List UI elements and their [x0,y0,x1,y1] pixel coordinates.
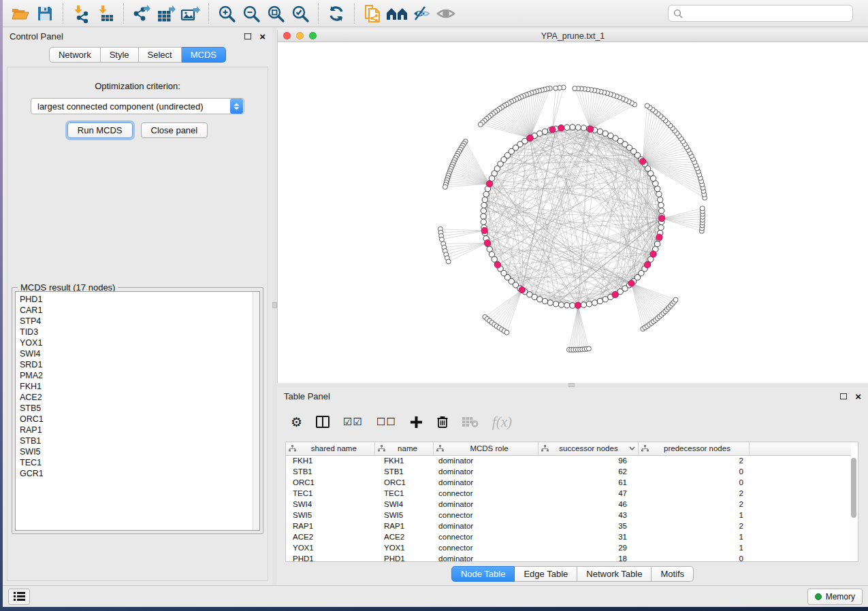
save-session-button[interactable] [33,3,57,24]
close-panel-button[interactable]: Close panel [141,122,208,138]
mcds-result-item[interactable]: ORC1 [20,414,259,425]
cell-shared-name: ACE2 [286,531,374,542]
table-tab-motifs[interactable]: Motifs [652,566,694,582]
table-tab-node-table[interactable]: Node Table [451,566,515,582]
splitter-handle[interactable] [272,302,277,308]
table-row[interactable]: YOX1YOX1connector291 [286,542,851,553]
open-session-button[interactable] [9,3,32,24]
cell-successor-nodes: 43 [538,510,638,521]
main-toolbar [3,0,868,27]
table-row[interactable]: SWI5SWI5connector431 [286,510,851,521]
hide-selected-button[interactable] [410,3,433,24]
table-row[interactable]: SWI4SWI4dominator462 [286,499,851,510]
duplicate-network-button[interactable] [361,3,384,24]
close-panel-icon[interactable]: × [855,391,861,401]
vertical-splitter[interactable] [272,27,277,585]
table-scrollbar[interactable] [850,456,857,561]
mcds-result-item[interactable]: PMA2 [20,370,259,381]
memory-status-icon [815,593,822,600]
table-tab-edge-table[interactable]: Edge Table [515,566,577,582]
tab-style[interactable]: Style [101,47,139,63]
column-view-icon[interactable] [316,416,329,428]
mcds-result-item[interactable]: PHD1 [20,294,259,305]
mcds-result-item[interactable]: CAR1 [20,305,259,316]
column-header-name[interactable]: name [374,442,433,455]
show-panels-button[interactable] [8,589,30,605]
mcds-result-item[interactable]: TID3 [20,327,259,337]
node-table: shared namenameMCDS rolesuccessor nodesp… [285,442,858,562]
mcds-result-list[interactable]: PHD1CAR1STP4TID3YOX1SWI4SRD1PMA2FKH1ACE2… [15,291,260,531]
deselect-all-columns-icon[interactable]: ☐☐ [376,417,396,427]
delete-table-icon[interactable] [462,416,479,427]
mcds-result-item[interactable]: SWI4 [20,348,259,359]
table-options-icon[interactable]: ⚙ [291,416,302,429]
table-row[interactable]: PHD1PHD1dominator180 [286,553,851,562]
import-table-button[interactable] [94,3,117,24]
export-network-button[interactable] [130,3,153,24]
tab-select[interactable]: Select [139,47,182,63]
memory-button[interactable]: Memory [807,589,863,605]
tab-network[interactable]: Network [49,47,101,63]
mcds-result-item[interactable]: ACE2 [20,392,259,403]
zoom-selected-button[interactable] [289,3,312,24]
mcds-result-item[interactable]: YOX1 [20,337,259,348]
zoom-fit-button[interactable] [264,3,287,24]
horizontal-splitter[interactable] [277,383,868,387]
memory-label: Memory [826,592,855,601]
table-row[interactable]: FKH1FKH1dominator962 [286,455,851,466]
mcds-result-item[interactable]: GCR1 [20,468,259,479]
close-panel-icon[interactable]: × [259,31,266,42]
search-input[interactable] [686,9,848,18]
mcds-result-item[interactable]: STB1 [20,435,259,446]
export-table-button[interactable] [155,3,178,24]
run-mcds-button[interactable]: Run MCDS [67,122,133,138]
select-all-columns-icon[interactable]: ☑☑ [343,417,363,427]
list-icon [14,592,25,601]
table-row[interactable]: ORC1ORC1dominator610 [286,477,851,488]
column-header-mcds-role[interactable]: MCDS role [433,442,538,455]
zoom-in-button[interactable] [215,3,238,24]
column-header-shared-name[interactable]: shared name [286,442,374,455]
network-graph[interactable] [278,42,868,380]
table-row[interactable]: STB1STB1dominator620 [286,466,851,477]
add-column-icon[interactable] [410,416,423,429]
delete-column-icon[interactable] [436,415,449,429]
mcds-result-item[interactable]: STP4 [20,316,259,327]
first-neighbors-button[interactable] [385,3,408,24]
criterion-dropdown[interactable]: largest connected component (undirected) [31,98,244,114]
mcds-result-item[interactable]: RAP1 [20,425,259,435]
table-row[interactable]: RAP1RAP1dominator352 [286,521,851,531]
mcds-result-item[interactable]: SWI5 [20,446,259,457]
refresh-button[interactable] [325,3,348,24]
cell-name: STB1 [374,466,433,477]
mcds-result-item[interactable]: TEC1 [20,457,259,468]
mcds-result-item[interactable]: STB5 [20,403,259,414]
mcds-result-item[interactable]: FKH1 [20,381,259,392]
cell-predecessor-nodes: 2 [638,521,749,531]
zoom-out-button[interactable] [240,3,263,24]
export-image-button[interactable] [179,3,202,24]
cell-predecessor-nodes: 2 [638,488,749,499]
mcds-list-scrollbar[interactable] [253,292,259,530]
cell-mcds-role: connector [433,542,538,553]
table-tab-network-table[interactable]: Network Table [577,566,652,582]
search-box[interactable] [668,5,853,22]
splitter-handle[interactable] [568,383,575,387]
function-builder-icon[interactable]: f(x) [492,414,512,431]
cell-name: TEC1 [374,488,433,499]
table-row[interactable]: ACE2ACE2connector311 [286,531,851,542]
network-canvas[interactable] [278,42,868,383]
float-panel-icon[interactable] [840,393,847,399]
toolbar-separator [208,3,209,24]
cell-predecessor-nodes: 2 [638,499,749,510]
mcds-result-item[interactable]: SRD1 [20,359,259,370]
column-header-predecessor-nodes[interactable]: predecessor nodes [638,442,749,455]
import-network-button[interactable] [69,3,93,24]
tab-mcds[interactable]: MCDS [182,47,226,63]
table-row[interactable]: TEC1TEC1connector472 [286,488,851,499]
column-header-successor-nodes[interactable]: successor nodes [538,442,638,455]
scrollbar-thumb[interactable] [851,458,856,518]
float-panel-icon[interactable] [244,33,251,39]
show-all-button[interactable] [434,3,457,24]
cell-shared-name: RAP1 [286,521,374,531]
